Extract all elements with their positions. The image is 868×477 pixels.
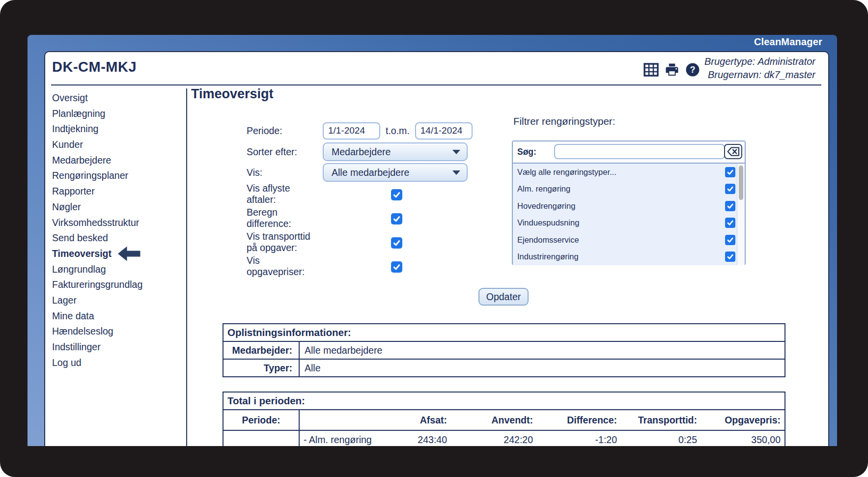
column-header-transporttid: Transporttid: (622, 410, 702, 430)
checkbox-holder (323, 207, 470, 231)
app-window: DK-CM-MKJ (44, 51, 829, 446)
sidebar-item-label: Faktureringsgrundlag (52, 277, 142, 293)
sidebar-item-faktureringsgrundlag[interactable]: Faktureringsgrundlag (52, 277, 182, 293)
filter-checkbox-industrirengoering[interactable] (725, 252, 735, 262)
table-grid-icon[interactable] (644, 62, 659, 77)
sidebar-item-label: Lager (52, 293, 77, 309)
user-type: Brugertype: Administrator (704, 55, 815, 68)
form-row-vis-aflyste-aftaler: Vis aflyste aftaler: (247, 183, 470, 207)
form-checkbox-rows: Vis aflyste aftaler:Beregn difference:Vi… (247, 183, 470, 279)
filter-item-label: Vælg alle rengøringstyper... (517, 168, 725, 177)
sorter-efter-value: Medarbejdere (324, 146, 391, 158)
search-input[interactable] (554, 144, 725, 159)
sidebar-item-indtjekning[interactable]: Indtjekning (52, 121, 182, 137)
sidebar-item-indstillinger[interactable]: Indstillinger (52, 339, 182, 355)
sidebar-item-planlaegning[interactable]: Planlægning (52, 106, 182, 122)
periode-from-input[interactable] (323, 122, 380, 140)
filter-checkbox-alm-rengoering[interactable] (725, 184, 735, 194)
checkbox-vis-transporttid-paa-opgaver[interactable] (391, 237, 402, 249)
filter-item-vinduespudsning[interactable]: Vinduespudsning (513, 215, 745, 232)
checkbox-holder (323, 183, 470, 207)
filter-checkbox-vinduespudsning[interactable] (725, 218, 735, 228)
checkbox-holder (323, 231, 470, 255)
sidebar-item-loengrundlag[interactable]: Løngrundlag (52, 262, 182, 278)
filter-search-row: Søg: (513, 141, 745, 164)
checkbox-label: Vis transporttid på opgaver: (247, 231, 323, 255)
table-row: Medarbejder:Alle medarbejdere (224, 342, 784, 360)
filter-checkbox-ejendomsservice[interactable] (725, 235, 735, 245)
cell-value: -1:20 (538, 431, 622, 446)
checkbox-vis-opgavepriser[interactable] (391, 261, 402, 273)
info-table-title: Oplistningsinformationer: (224, 324, 784, 342)
print-icon[interactable] (664, 62, 679, 77)
search-label: Søg: (513, 147, 536, 157)
sidebar-item-label: Hændelseslog (52, 324, 113, 339)
sidebar-item-haendelseslog[interactable]: Hændelseslog (52, 324, 182, 339)
checkbox-holder (323, 255, 470, 279)
sidebar-item-label: Mine data (52, 309, 94, 324)
sidebar-item-noegler[interactable]: Nøgler (52, 199, 182, 215)
outer-black-frame: CleanManager DK-CM-MKJ (0, 0, 868, 477)
header-divider (51, 84, 821, 85)
column-header-empty (300, 410, 383, 430)
total-table-title: Total i perioden: (224, 393, 784, 410)
sidebar-item-rapporter[interactable]: Rapporter (52, 184, 182, 199)
form-row-beregn-difference: Beregn difference: (247, 207, 470, 231)
sorter-row: Sorter efter: Medarbejdere (247, 142, 470, 161)
sidebar-item-medarbejdere[interactable]: Medarbejdere (52, 153, 182, 168)
sidebar-item-lager[interactable]: Lager (52, 293, 182, 309)
filter-item-label: Industrirengøring (517, 252, 725, 261)
user-name: Brugernavn: dk7_master (704, 68, 815, 82)
periode-to-input[interactable] (415, 122, 473, 140)
scrollbar-track[interactable] (737, 164, 745, 265)
help-icon[interactable]: ? (685, 62, 700, 77)
sidebar-item-mine-data[interactable]: Mine data (52, 309, 182, 324)
filter-checkbox-hovedrengoering[interactable] (725, 201, 735, 211)
filter-item-label: Ejendomsservice (517, 235, 725, 245)
vis-select[interactable]: Alle medarbejdere (323, 163, 468, 182)
sorter-efter-label: Sorter efter: (247, 143, 323, 161)
form-row-vis-transporttid-paa-opgaver: Vis transporttid på opgaver: (247, 231, 470, 255)
column-header-difference: Difference: (538, 410, 622, 430)
user-info: Brugertype: Administrator Brugernavn: dk… (704, 55, 815, 82)
checkbox-vis-aflyste-aftaler[interactable] (391, 189, 402, 200)
filter-item-vaelg-alle-rengoeringstyper[interactable]: Vælg alle rengøringstyper... (513, 164, 745, 181)
filter-item-label: Hovedrengøring (517, 201, 725, 211)
filter-item-label: Alm. rengøring (517, 184, 725, 194)
sidebar-item-kunder[interactable]: Kunder (52, 137, 182, 153)
sidebar-item-timeoversigt[interactable]: Timeoversigt (52, 246, 182, 262)
sidebar-item-rengoeringsplaner[interactable]: Rengøringsplaner (52, 168, 182, 184)
sidebar-item-label: Timeoversigt (52, 246, 112, 262)
checkbox-beregn-difference[interactable] (391, 213, 402, 224)
update-button[interactable]: Opdater (478, 288, 529, 306)
filter-type-list: Vælg alle rengøringstyper...Alm. rengøri… (513, 164, 745, 265)
chevron-down-icon (452, 150, 460, 154)
sidebar-item-oversigt[interactable]: Oversigt (52, 90, 182, 106)
filter-item-ejendomsservice[interactable]: Ejendomsservice (513, 231, 745, 249)
table-row: Typer:Alle (224, 360, 784, 376)
filter-checkbox-vaelg-alle-rengoeringstyper[interactable] (725, 167, 735, 177)
filter-item-hovedrengoering[interactable]: Hovedrengøring (513, 197, 745, 215)
clear-search-button[interactable] (724, 144, 742, 159)
info-table: Oplistningsinformationer: Medarbejder:Al… (223, 323, 785, 377)
column-header-anvendt: Anvendt: (452, 410, 538, 430)
sidebar-item-virksomhedsstruktur[interactable]: Virksomhedsstruktur (52, 215, 182, 231)
info-row-value: Alle medarbejdere (300, 342, 784, 359)
info-row-label: Typer: (224, 360, 300, 376)
checkbox-label: Beregn difference: (247, 207, 323, 231)
filter-item-alm-rengoering[interactable]: Alm. rengøring (513, 181, 745, 198)
sidebar-item-send-besked[interactable]: Send besked (52, 230, 182, 246)
filter-item-industrirengoering[interactable]: Industrirengøring (513, 249, 745, 266)
sorter-efter-select[interactable]: Medarbejdere (323, 142, 468, 161)
vis-value: Alle medarbejdere (324, 167, 409, 178)
scrollbar-thumb[interactable] (739, 166, 743, 200)
sidebar-item-label: Log ud (52, 355, 82, 371)
cell-value: 350,00 (702, 431, 785, 446)
sidebar-item-log-ud[interactable]: Log ud (52, 355, 182, 371)
screen: CleanManager DK-CM-MKJ (0, 0, 868, 477)
total-table-header-row: Periode:Afsat:Anvendt:Difference:Transpo… (224, 410, 784, 431)
column-header-opgavepris: Opgavepris: (702, 410, 785, 430)
brand-logo: CleanManager (754, 36, 822, 48)
toolbar: ? (644, 62, 700, 77)
info-row-label: Medarbejder: (224, 342, 300, 359)
